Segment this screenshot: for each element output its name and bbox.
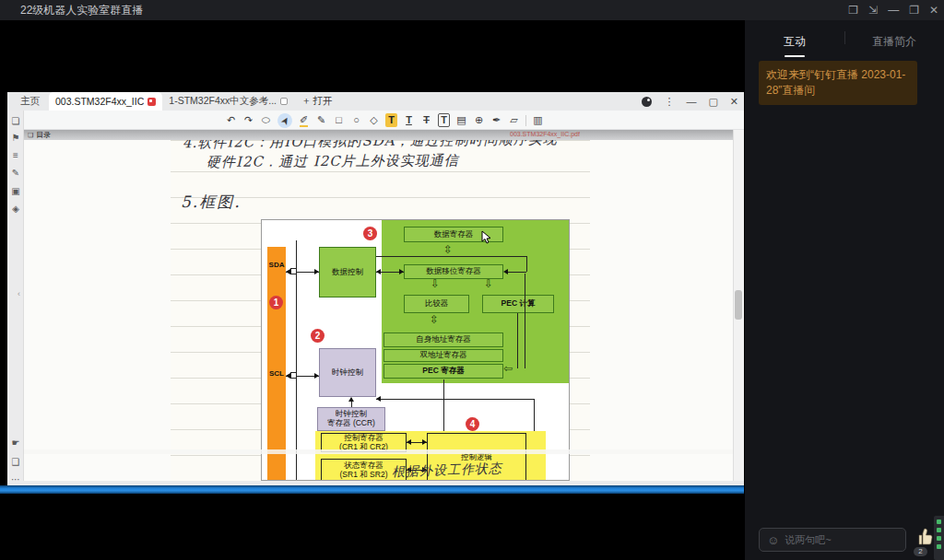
select-area-icon[interactable]: ❑ bbox=[7, 457, 24, 467]
green-dot bbox=[937, 536, 941, 541]
tab-active-document[interactable]: 003.STM32F4xx_IIC bbox=[49, 92, 162, 111]
text-strikethrough-icon[interactable]: T bbox=[420, 113, 432, 127]
outline-icon[interactable]: ≡ bbox=[7, 150, 24, 160]
app-titlebar: 22级机器人实验室群直播 ❒ ⇲ — ❐ ✕ bbox=[0, 0, 944, 20]
arrowhead bbox=[399, 269, 404, 274]
popout-icon[interactable]: ❒ bbox=[848, 4, 858, 17]
diagram-box-pec-register: PEC 寄存器 bbox=[384, 364, 503, 379]
emoji-icon[interactable]: ☺ bbox=[767, 533, 779, 547]
green-dot bbox=[937, 528, 941, 532]
toc-strip[interactable]: ❏ 目录 003.STM32F4xx_IIC.pdf bbox=[24, 130, 733, 140]
arrowhead bbox=[376, 396, 381, 402]
image-stamp-icon[interactable]: ▤ bbox=[455, 113, 467, 127]
live-side-panel: 互动 直播简介 欢迎来到“钉钉直播 2023-01-28”直播间 ☺ 2 bbox=[745, 20, 944, 560]
fullscreen-icon[interactable]: ⇲ bbox=[868, 4, 878, 17]
eraser-icon[interactable]: ▱ bbox=[508, 113, 520, 127]
scrollbar-thumb[interactable] bbox=[735, 290, 742, 320]
marker-4: 4 bbox=[466, 417, 479, 431]
hand-tool-icon[interactable]: ☛ bbox=[7, 438, 24, 448]
screen: 22级机器人实验室群直播 ❒ ⇲ — ❐ ✕ 主页 003.STM32F4xx_… bbox=[0, 0, 944, 560]
highlighter-icon[interactable]: ✐ bbox=[298, 113, 310, 127]
document-canvas[interactable]: 4.软件I2C：用IO口模拟的SDA，通过控制时间顺序实现 硬件I2C．通过 I… bbox=[24, 140, 733, 481]
highlighter-glyph: ✐ bbox=[300, 114, 308, 125]
toc-icon: ❏ bbox=[28, 132, 33, 139]
feedback-line bbox=[508, 272, 526, 273]
arrowhead bbox=[348, 397, 354, 402]
open-file-button[interactable]: ＋ 打开 bbox=[301, 95, 333, 108]
polygon-icon[interactable]: ◇ bbox=[368, 113, 380, 127]
feedback-line bbox=[526, 256, 527, 272]
maximize-icon[interactable]: ❐ bbox=[909, 4, 919, 17]
ink-signature-icon[interactable]: ✒ bbox=[490, 113, 502, 127]
page-break bbox=[24, 449, 733, 454]
connector bbox=[443, 379, 444, 431]
redo-icon[interactable]: ↷ bbox=[242, 113, 254, 127]
shared-pdf-window: 主页 003.STM32F4xx_IIC 1-STM32F4xx中文参考... … bbox=[7, 92, 744, 485]
tab-interact[interactable]: 互动 bbox=[745, 34, 844, 50]
pdf-file-icon bbox=[148, 98, 156, 106]
arrowhead bbox=[422, 439, 427, 445]
tab-active-label: 003.STM32F4xx_IIC bbox=[55, 96, 144, 107]
chat-input-box[interactable]: ☺ bbox=[759, 528, 906, 552]
pdf-minimize-icon[interactable]: — bbox=[686, 96, 696, 107]
green-dot bbox=[937, 519, 941, 524]
rectangle-icon[interactable]: □ bbox=[333, 113, 345, 127]
sidebar-collapse-arrow[interactable]: ‹ bbox=[18, 289, 20, 298]
tab-live-intro[interactable]: 直播简介 bbox=[844, 34, 944, 50]
annotation-panel-icon[interactable]: ▥ bbox=[532, 113, 544, 127]
pin-square bbox=[290, 268, 297, 274]
diagram-box-ccr: 时钟控制 寄存器 (CCR) bbox=[317, 407, 385, 431]
file-icon bbox=[280, 98, 288, 105]
diagram-box-pec-calc: PEC 计算 bbox=[482, 295, 554, 313]
diagram-box-data-control: 数据控制 bbox=[319, 247, 376, 298]
diagram-box-comparator: 比较器 bbox=[404, 295, 469, 313]
arrowhead bbox=[407, 439, 411, 445]
feedback-line bbox=[376, 256, 526, 257]
pen-icon[interactable]: ✎ bbox=[315, 113, 327, 127]
chat-input[interactable] bbox=[785, 534, 898, 545]
tab-home[interactable]: 主页 bbox=[20, 95, 40, 108]
pdf-close-icon[interactable]: ✕ bbox=[730, 96, 738, 108]
text-box-icon[interactable]: T bbox=[438, 113, 450, 127]
annotate-pen-icon[interactable]: ✎ bbox=[7, 168, 24, 178]
tab-separator bbox=[844, 31, 845, 44]
text-underline-icon[interactable]: T bbox=[403, 113, 415, 127]
arrowhead bbox=[376, 269, 381, 274]
scl-label: SCL bbox=[267, 369, 286, 378]
pdf-toolbar: ↶ ↷ ⬭ ➤ ✐ ✎ □ ○ ◇ T T T T ▤ ⊕ ✒ ▱ ▥ bbox=[7, 111, 744, 130]
thumbs-up-icon bbox=[913, 525, 935, 547]
pin-square bbox=[290, 372, 297, 379]
bus-bar bbox=[267, 247, 286, 481]
marker-2: 2 bbox=[311, 329, 324, 343]
text-highlight-icon[interactable]: T bbox=[385, 113, 397, 127]
like-count-badge: 2 bbox=[914, 547, 927, 556]
down-arrow: ⇩ bbox=[484, 278, 493, 289]
thumbnails-icon[interactable]: ❏ bbox=[7, 116, 24, 126]
link-globe-icon[interactable]: ⊕ bbox=[473, 113, 485, 127]
minimize-icon[interactable]: — bbox=[888, 4, 899, 17]
reaction-bar-partial[interactable] bbox=[934, 516, 944, 560]
plus-icon: ＋ bbox=[301, 95, 312, 108]
kebab-menu-icon[interactable]: ⋮ bbox=[664, 96, 674, 108]
sr-line2: (SR1 和 SR2) bbox=[340, 471, 388, 480]
feedback-line bbox=[525, 274, 525, 368]
pdf-tabbar: 主页 003.STM32F4xx_IIC 1-STM32F4xx中文参考... … bbox=[7, 92, 744, 111]
tab-interact-label: 互动 bbox=[784, 35, 806, 48]
undo-icon[interactable]: ↶ bbox=[225, 113, 237, 127]
feedback-line bbox=[517, 313, 518, 368]
open-label: 打开 bbox=[313, 95, 332, 108]
theme-toggle-icon[interactable] bbox=[642, 97, 652, 107]
snapshot-icon[interactable]: ▣ bbox=[7, 186, 24, 196]
stamp-icon[interactable]: ⚑ bbox=[7, 133, 24, 143]
ellipse-icon[interactable]: ○ bbox=[350, 113, 362, 127]
lasso-icon[interactable]: ⬭ bbox=[260, 113, 272, 127]
document-filename-overlay: 003.STM32F4xx_IIC.pdf bbox=[510, 131, 580, 137]
tags-icon[interactable]: ◈ bbox=[7, 204, 24, 214]
tab-second-document[interactable]: 1-STM32F4xx中文参考... bbox=[162, 92, 294, 111]
pdf-maximize-icon[interactable]: ▢ bbox=[708, 96, 717, 108]
mouse-cursor bbox=[481, 230, 492, 245]
handwritten-note-line3: 5.框图. bbox=[181, 192, 242, 213]
tab-active-underline bbox=[785, 55, 805, 57]
close-icon[interactable]: ✕ bbox=[929, 4, 938, 17]
select-cursor-icon[interactable]: ➤ bbox=[275, 111, 295, 131]
